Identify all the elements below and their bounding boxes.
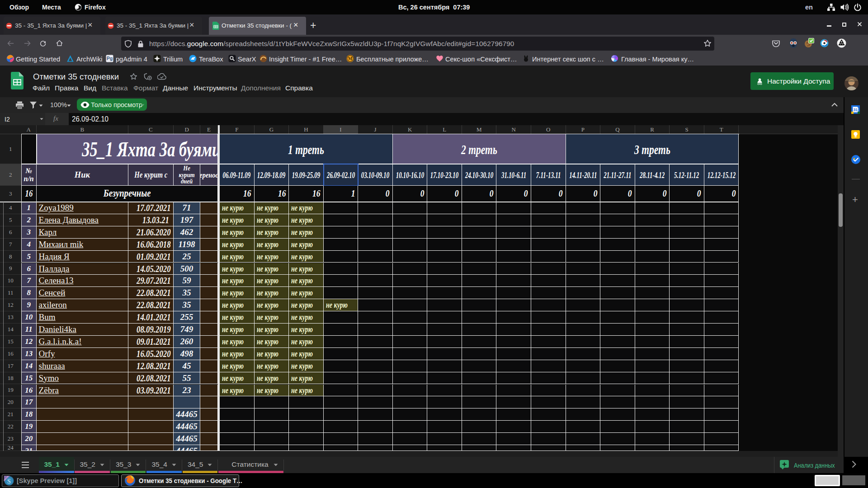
svg-text:Pg: Pg [107,56,113,61]
svg-text:S: S [7,478,11,485]
svg-text:M: M [348,56,353,61]
svg-text:31: 31 [854,108,858,112]
